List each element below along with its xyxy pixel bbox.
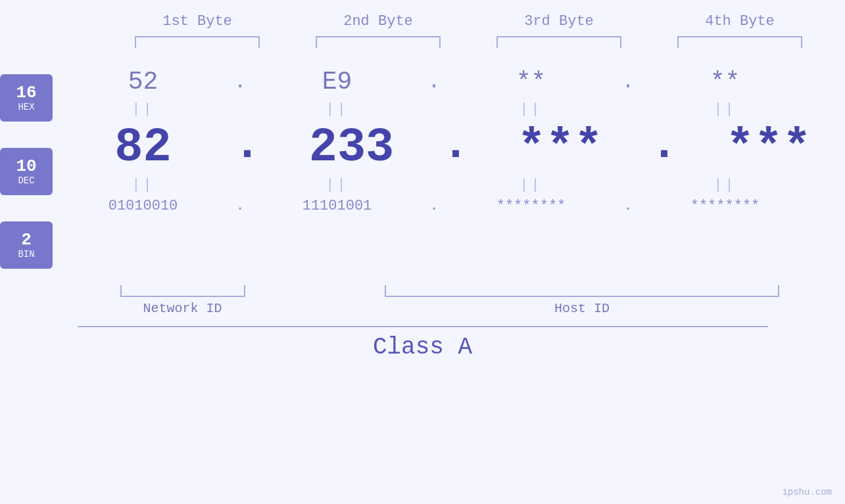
- hex-dot-2: .: [427, 70, 441, 94]
- bracket-line-3: [496, 36, 621, 48]
- eq2-cell-2: ||: [247, 177, 427, 193]
- class-row: Class A: [0, 326, 845, 361]
- header-byte1: 1st Byte: [107, 13, 288, 30]
- id-labels-row: Network ID Host ID: [92, 301, 845, 316]
- eq-cell-4: ||: [635, 101, 815, 118]
- hex-badge-label: HEX: [18, 102, 34, 112]
- bin-cell-3: ********: [441, 198, 621, 214]
- main-container: 1st Byte 2nd Byte 3rd Byte 4th Byte 16 H…: [0, 0, 845, 504]
- host-id-label: Host ID: [286, 301, 845, 316]
- hex-dot-1: .: [233, 70, 247, 94]
- bin-dot-1: .: [233, 198, 247, 214]
- class-bracket-line: [78, 326, 768, 327]
- bin-badge: 2 BIN: [0, 221, 53, 269]
- hex-badge-number: 16: [16, 83, 36, 103]
- dec-cell-4: ***: [678, 124, 845, 172]
- dec-dot-1: .: [233, 122, 261, 172]
- hex-val-3: **: [516, 68, 546, 96]
- hex-val-2: E9: [322, 68, 352, 96]
- hex-value-row: 52 . E9 . ** . **: [53, 61, 845, 99]
- watermark: ipshu.com: [782, 487, 832, 497]
- bracket-line-4: [677, 36, 802, 48]
- header-byte4: 4th Byte: [650, 13, 831, 30]
- content-area: 16 HEX 10 DEC 2 BIN 52 . E9: [0, 61, 845, 282]
- class-label: Class A: [373, 334, 472, 361]
- bracket-box-2: [288, 36, 469, 48]
- eq2-cell-1: ||: [53, 177, 233, 193]
- bottom-brackets-row: [92, 285, 845, 297]
- bin-val-3: ********: [496, 198, 566, 214]
- header-byte3: 3rd Byte: [469, 13, 650, 30]
- network-bracket-line: [120, 285, 245, 297]
- network-bracket-box: [92, 285, 273, 297]
- top-brackets: [0, 36, 845, 48]
- bin-badge-number: 2: [21, 231, 32, 250]
- eq2-cell-4: ||: [635, 177, 815, 193]
- bin-value-row: 01010010 . 11101001 . ******** . *******…: [53, 195, 845, 221]
- network-id-label: Network ID: [92, 301, 273, 316]
- eq-cell-1: ||: [53, 101, 233, 118]
- dec-val-4: ***: [726, 121, 811, 175]
- dec-badge: 10 DEC: [0, 148, 53, 195]
- bottom-area: Network ID Host ID: [0, 285, 845, 316]
- bin-cell-1: 01010010: [53, 198, 233, 214]
- dec-val-3: ***: [518, 121, 603, 175]
- dec-cell-1: 82: [53, 124, 233, 172]
- hex-cell-4: **: [635, 68, 815, 96]
- equals-row-1: || || || ||: [53, 99, 845, 119]
- hex-cell-1: 52: [53, 68, 233, 96]
- host-bracket-line: [385, 285, 779, 297]
- headers-row: 1st Byte 2nd Byte 3rd Byte 4th Byte: [0, 13, 845, 30]
- dec-val-2: 233: [309, 121, 395, 175]
- hex-badge: 16 HEX: [0, 74, 53, 122]
- bracket-box-3: [469, 36, 650, 48]
- equals-row-2: || || || ||: [53, 175, 845, 195]
- bracket-line-2: [316, 36, 441, 48]
- dec-dot-2: .: [442, 122, 470, 172]
- dec-badge-label: DEC: [18, 175, 34, 186]
- header-byte2: 2nd Byte: [288, 13, 469, 30]
- bin-dot-2: .: [427, 198, 441, 214]
- bin-cell-4: ********: [635, 198, 815, 214]
- eq-cell-2: ||: [247, 101, 427, 118]
- host-bracket-box: [286, 285, 845, 297]
- dec-cell-2: 233: [261, 124, 442, 172]
- bin-cell-2: 11101001: [247, 198, 427, 214]
- hex-dot-3: .: [621, 70, 635, 94]
- dec-value-row: 82 . 233 . *** . ***: [53, 119, 845, 175]
- bracket-box-1: [107, 36, 288, 48]
- eq-cell-3: ||: [441, 101, 621, 118]
- bin-val-4: ********: [690, 198, 760, 214]
- bin-dot-3: .: [621, 198, 635, 214]
- hex-cell-3: **: [441, 68, 621, 96]
- dec-cell-3: ***: [470, 124, 650, 172]
- hex-cell-2: E9: [247, 68, 427, 96]
- dec-val-1: 82: [114, 121, 171, 175]
- bracket-box-4: [650, 36, 831, 48]
- bin-val-2: 11101001: [302, 198, 372, 214]
- hex-val-1: 52: [128, 68, 158, 96]
- hex-val-4: **: [710, 68, 740, 96]
- dec-badge-number: 10: [16, 157, 36, 176]
- values-grid: 52 . E9 . ** . ** || ||: [53, 61, 845, 282]
- bin-val-1: 01010010: [109, 198, 178, 214]
- labels-column: 16 HEX 10 DEC 2 BIN: [0, 61, 53, 282]
- eq2-cell-3: ||: [441, 177, 621, 193]
- dec-dot-3: .: [650, 122, 678, 172]
- bracket-line-1: [135, 36, 260, 48]
- bin-badge-label: BIN: [18, 249, 34, 260]
